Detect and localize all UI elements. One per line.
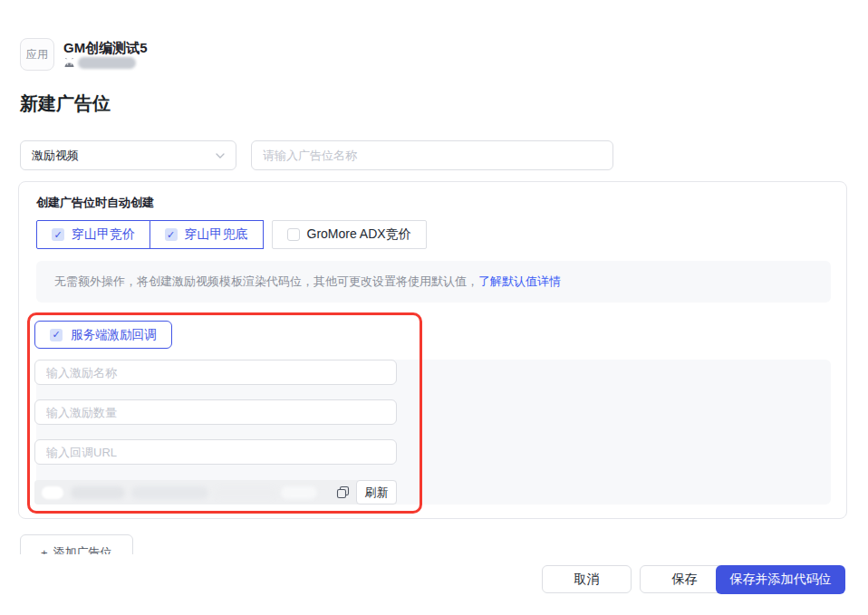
app-type-badge: 应用: [20, 38, 54, 71]
ad-type-select[interactable]: 激励视频: [20, 140, 236, 170]
refresh-button[interactable]: 刷新: [356, 480, 397, 504]
checkbox-checked-icon: ✓: [52, 228, 64, 241]
app-name: GM创编测试5: [63, 40, 148, 57]
chevron-down-icon: [216, 153, 225, 159]
save-and-add-code-button[interactable]: 保存并添加代码位: [716, 565, 845, 594]
checkbox-checked-icon: ✓: [50, 329, 63, 341]
reward-amount-input[interactable]: [34, 399, 397, 425]
option-pangle-bidding[interactable]: ✓ 穿山甲竞价: [36, 220, 150, 249]
checkbox-checked-icon: ✓: [165, 228, 178, 241]
option-gromore-adx[interactable]: GroMore ADX竞价: [272, 220, 427, 249]
auto-create-label: 创建广告位时自动创建: [36, 195, 154, 211]
auto-create-options: ✓ 穿山甲竞价 ✓ 穿山甲兜底 GroMore ADX竞价: [36, 220, 427, 249]
app-subinfo: [63, 57, 136, 69]
key-redacted: [71, 486, 125, 499]
default-values-link[interactable]: 了解默认值详情: [478, 274, 561, 288]
key-redacted: [281, 486, 317, 499]
option-label: GroMore ADX竞价: [307, 226, 411, 243]
key-redacted: [131, 486, 208, 499]
security-key-row: 刷新: [34, 480, 397, 504]
option-label: 穿山甲兜底: [185, 226, 248, 243]
checkbox-unchecked-icon: [287, 228, 300, 241]
toggle-label: 服务端激励回调: [71, 327, 157, 343]
option-pangle-floor[interactable]: ✓ 穿山甲兜底: [149, 220, 264, 249]
android-icon: [63, 58, 75, 68]
footer-action-bar: 取消 保存 保存并添加代码位: [0, 554, 868, 615]
new-ad-slot-page: 应用 GM创编测试5 新建广告位 激励视频 创建广告位时自动创建 ✓ 穿山甲竞价: [0, 0, 868, 615]
key-redacted: [214, 486, 277, 499]
ad-name-input[interactable]: [251, 140, 613, 170]
key-redacted: [42, 486, 63, 499]
page-title: 新建广告位: [20, 91, 111, 116]
app-id-redacted: [78, 57, 136, 69]
server-reward-callback-toggle[interactable]: ✓ 服务端激励回调: [34, 321, 172, 349]
copy-icon[interactable]: [336, 485, 350, 499]
note-text: 无需额外操作，将创建激励视频模板渲染代码位，其他可更改设置将使用默认值，: [54, 274, 478, 288]
default-note: 无需额外操作，将创建激励视频模板渲染代码位，其他可更改设置将使用默认值，了解默认…: [36, 261, 831, 303]
ad-type-value: 激励视频: [32, 148, 79, 164]
option-label: 穿山甲竞价: [72, 226, 135, 243]
callback-url-input[interactable]: [34, 439, 397, 465]
cancel-button[interactable]: 取消: [542, 565, 632, 593]
reward-name-input[interactable]: [34, 360, 397, 385]
